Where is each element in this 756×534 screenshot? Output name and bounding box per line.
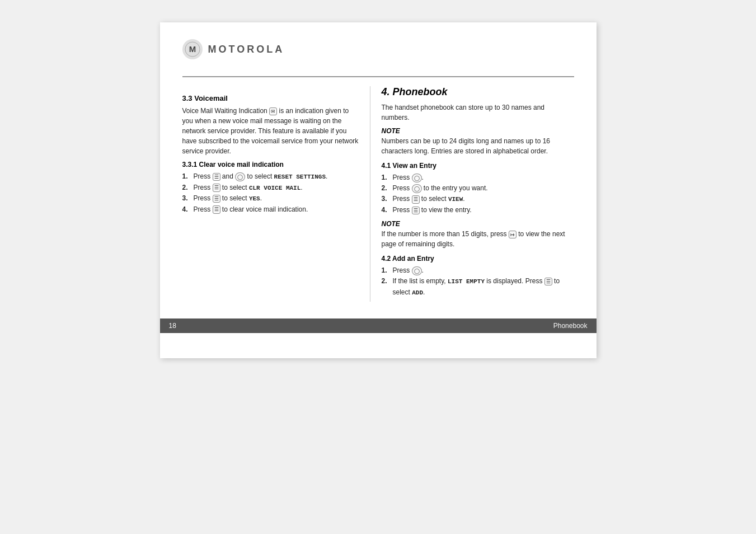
- note-text-41: If the number is more than 15 digits, pr…: [382, 229, 574, 249]
- step-41-1: 1. Press ◯.: [382, 172, 574, 183]
- step-42-2: 2. If the list is empty, LIST EMPTY is d…: [382, 276, 574, 298]
- section-41-steps: 1. Press ◯. 2. Press ◯ to the entry you …: [382, 172, 574, 216]
- right-column: 4. Phonebook The handset phonebook can s…: [370, 86, 574, 302]
- menu-icon-41-3: ☰: [412, 195, 420, 204]
- step-3: 3. Press ☰ to select YES.: [182, 193, 359, 204]
- menu-icon-42-2: ☰: [544, 278, 552, 286]
- step-41-4: 4. Press ☰ to view the entry.: [382, 205, 574, 216]
- motorola-logo-icon: M: [182, 39, 203, 59]
- menu-icon-3: ☰: [213, 195, 220, 203]
- section-331-heading: 3.3.1 Clear voice mail indication: [182, 161, 359, 168]
- step-1: 1. Press ☰ and ◯ to select RESET SETTING…: [182, 171, 359, 182]
- section-331-steps: 1. Press ☰ and ◯ to select RESET SETTING…: [182, 171, 359, 215]
- footer-page-number: 18: [169, 322, 176, 330]
- top-divider: [182, 76, 574, 77]
- section-4-intro: The handset phonebook can store up to 30…: [382, 102, 574, 123]
- left-column: 3.3 Voicemail Voice Mail Waiting Indicat…: [182, 86, 370, 302]
- section-33-body: Voice Mail Waiting Indication ✉ is an in…: [182, 106, 359, 156]
- note-text-1: Numbers can be up to 24 digits long and …: [382, 136, 574, 156]
- page-content: M MOTOROLA 3.3 Voicemail Voice Mail Wait…: [160, 22, 597, 302]
- motorola-wordmark: MOTOROLA: [208, 44, 285, 55]
- section-33-heading: 3.3 Voicemail: [182, 94, 359, 102]
- menu-icon-4: ☰: [213, 205, 220, 214]
- menu-icon-1: ☰: [213, 173, 220, 181]
- step-41-3: 3. Press ☰ to select VIEW.: [382, 194, 574, 205]
- section-4-heading: 4. Phonebook: [382, 86, 574, 98]
- section-42-heading: 4.2 Add an Entry: [382, 255, 574, 263]
- voicemail-icon: ✉: [269, 107, 277, 116]
- menu-icon-41-4: ☰: [412, 207, 420, 215]
- next-page-icon: ↦: [509, 231, 516, 239]
- section-42-steps: 1. Press ◯. 2. If the list is empty, LIS…: [382, 265, 574, 298]
- section-41-heading: 4.1 View an Entry: [382, 162, 574, 170]
- main-columns: 3.3 Voicemail Voice Mail Waiting Indicat…: [182, 86, 574, 302]
- page: M MOTOROLA 3.3 Voicemail Voice Mail Wait…: [160, 22, 597, 358]
- nav-circle-icon-42-1: ◯: [412, 266, 422, 276]
- note-label-1: NOTE: [382, 127, 574, 135]
- menu-icon-2: ☰: [213, 184, 220, 192]
- step-2: 2. Press ☰ to select CLR VOICE MAIL.: [182, 182, 359, 194]
- note-label-41: NOTE: [382, 220, 574, 228]
- nav-circle-icon-2: ◯: [412, 184, 422, 194]
- step-4: 4. Press ☰ to clear voice mail indicatio…: [182, 204, 359, 215]
- page-footer: 18 Phonebook: [160, 318, 597, 333]
- step-42-1: 1. Press ◯.: [382, 265, 574, 276]
- svg-text:M: M: [189, 44, 196, 54]
- step-41-2: 2. Press ◯ to the entry you want.: [382, 183, 574, 194]
- nav-icon-1: ◯: [235, 172, 245, 182]
- logo-area: M MOTOROLA: [182, 39, 574, 65]
- nav-circle-icon-1: ◯: [412, 174, 422, 183]
- footer-section-label: Phonebook: [553, 322, 588, 330]
